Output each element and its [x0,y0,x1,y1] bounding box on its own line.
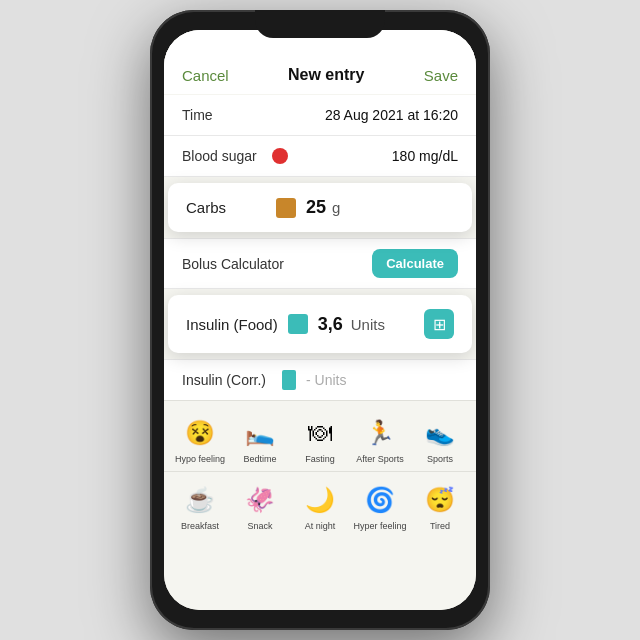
insulin-corr-row[interactable]: Insulin (Corr.) - Units [164,359,476,400]
save-button[interactable]: Save [424,67,458,84]
category-tired[interactable]: 😴 Tired [410,476,470,538]
category-fasting[interactable]: 🍽 Fasting [290,409,350,471]
at-night-icon: 🌙 [302,482,338,518]
hypo-feeling-icon: 😵 [182,415,218,451]
after-sports-label: After Sports [356,454,404,465]
insulin-food-unit: Units [351,316,385,333]
insulin-color-indicator [288,314,308,334]
time-section: Time 28 Aug 2021 at 16:20 Blood sugar 18… [164,95,476,177]
top-bar: Cancel New entry Save [164,30,476,94]
hypo-feeling-label: Hypo feeling [175,454,225,465]
calculate-button[interactable]: Calculate [372,249,458,278]
at-night-label: At night [305,521,336,532]
phone-notch [255,10,385,38]
carbs-unit: g [332,199,340,216]
category-snack[interactable]: 🦑 Snack [230,476,290,538]
phone-frame: Cancel New entry Save Time 28 Aug 2021 a… [150,10,490,630]
bolus-label: Bolus Calculator [182,256,372,272]
breakfast-label: Breakfast [181,521,219,532]
snack-label: Snack [247,521,272,532]
carbs-card-wrapper: Carbs 25 g [164,177,476,238]
insulin-corr-label: Insulin (Corr.) [182,372,272,388]
after-sports-icon: 🏃 [362,415,398,451]
tired-label: Tired [430,521,450,532]
insulin-corr-value: - Units [306,372,346,388]
categories-row1: 😵 Hypo feeling 🛌 Bedtime 🍽 Fasting 🏃 Aft… [164,401,476,471]
insulin-food-card[interactable]: Insulin (Food) 3,6 Units ⊞ [168,295,472,353]
category-hyper-feeling[interactable]: 🌀 Hyper feeling [350,476,410,538]
calculator-icon[interactable]: ⊞ [424,309,454,339]
insulin-card-wrapper: Insulin (Food) 3,6 Units ⊞ [164,289,476,359]
blood-sugar-dot [272,148,288,164]
category-bedtime[interactable]: 🛌 Bedtime [230,409,290,471]
phone-screen: Cancel New entry Save Time 28 Aug 2021 a… [164,30,476,610]
time-label: Time [182,107,272,123]
fasting-label: Fasting [305,454,335,465]
carbs-color-indicator [276,198,296,218]
sports-label: Sports [427,454,453,465]
bedtime-label: Bedtime [243,454,276,465]
tired-icon: 😴 [422,482,458,518]
category-breakfast[interactable]: ☕ Breakfast [170,476,230,538]
hyper-feeling-label: Hyper feeling [353,521,406,532]
carbs-label: Carbs [186,199,266,216]
blood-sugar-label: Blood sugar [182,148,272,164]
bolus-row: Bolus Calculator Calculate [164,238,476,289]
cancel-button[interactable]: Cancel [182,67,229,84]
page-title: New entry [288,66,364,84]
time-row[interactable]: Time 28 Aug 2021 at 16:20 [164,95,476,136]
snack-icon: 🦑 [242,482,278,518]
blood-sugar-value: 180 mg/dL [392,148,458,164]
insulin-corr-color-indicator [282,370,296,390]
insulin-food-value: 3,6 [318,314,343,335]
carbs-value: 25 [306,197,326,218]
categories-row2: ☕ Breakfast 🦑 Snack 🌙 At night 🌀 Hyper f… [164,472,476,542]
breakfast-icon: ☕ [182,482,218,518]
fasting-icon: 🍽 [302,415,338,451]
hyper-feeling-icon: 🌀 [362,482,398,518]
insulin-food-label: Insulin (Food) [186,316,278,333]
category-after-sports[interactable]: 🏃 After Sports [350,409,410,471]
screen-content: Cancel New entry Save Time 28 Aug 2021 a… [164,30,476,610]
category-at-night[interactable]: 🌙 At night [290,476,350,538]
category-sports[interactable]: 👟 Sports [410,409,470,471]
bedtime-icon: 🛌 [242,415,278,451]
sports-icon: 👟 [422,415,458,451]
category-hypo-feeling[interactable]: 😵 Hypo feeling [170,409,230,471]
blood-sugar-row[interactable]: Blood sugar 180 mg/dL [164,136,476,177]
carbs-card[interactable]: Carbs 25 g [168,183,472,232]
time-value: 28 Aug 2021 at 16:20 [325,107,458,123]
